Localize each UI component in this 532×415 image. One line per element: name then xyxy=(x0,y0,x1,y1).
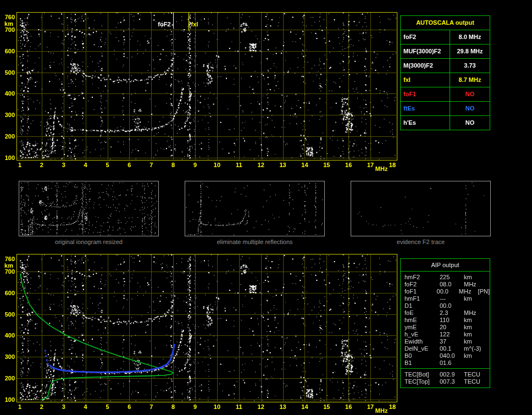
aip-name: foF2 xyxy=(401,281,440,288)
aip-row-b0: B0040.0km xyxy=(401,352,490,359)
aip-output-table: AIP output hmF2225kmfoF208.0MHzfoF100.0M… xyxy=(400,258,490,388)
aip-unit: km xyxy=(464,338,485,345)
aip-name: foE xyxy=(401,309,440,317)
aip-unit: km xyxy=(464,274,485,281)
aip-val: 002.9 xyxy=(440,371,464,378)
aip-unit: km xyxy=(464,317,485,324)
thumbnail-caption-original: original ionogram resized xyxy=(19,239,159,245)
aip-row-fof1: foF100.0MHz[PN] xyxy=(401,288,490,295)
parameter-value: 8.0 MHz xyxy=(450,30,490,44)
autoscala-row-fxi: fxI8.7 MHz xyxy=(401,73,490,87)
aip-extra xyxy=(485,274,490,281)
aip-val: 122 xyxy=(440,331,464,338)
aip-row-tec-bot-: TEC[Bot]002.9TECU xyxy=(401,371,490,378)
aip-name: hmF2 xyxy=(401,274,440,281)
parameter-value: 8.7 MHz xyxy=(450,73,490,87)
aip-row-d1: D100.0 xyxy=(401,302,490,309)
aip-unit: km xyxy=(464,331,485,338)
aip-val: 007.3 xyxy=(440,378,464,385)
aip-name: foF1 xyxy=(401,288,437,295)
aip-extra xyxy=(485,309,490,317)
aip-extra xyxy=(485,295,490,302)
aip-val: 00.0 xyxy=(437,288,459,295)
aip-name: DelN_vE xyxy=(401,345,440,352)
aip-unit xyxy=(464,302,485,309)
parameter-value: NO xyxy=(450,102,490,115)
aip-val: 00.0 xyxy=(440,302,464,309)
parameter-value: NO xyxy=(450,116,490,130)
aip-row-yme: ymE20km xyxy=(401,324,490,331)
aip-extra xyxy=(485,281,490,288)
aip-row-fof2: foF208.0MHz xyxy=(401,281,490,288)
aip-row-tec-top-: TEC[Top]007.3TECU xyxy=(401,378,490,385)
aip-extra xyxy=(485,352,490,359)
aip-val: 01.6 xyxy=(440,359,464,367)
aip-row-hmf2: hmF2225km xyxy=(401,274,490,281)
aip-unit: MHz xyxy=(459,288,478,295)
parameter-value: 3.73 xyxy=(450,59,490,73)
autoscala-output-table: AUTOSCALA output foF28.0 MHzMUF(3000)F22… xyxy=(400,15,490,130)
aip-val: 110 xyxy=(440,317,464,324)
parameter-label: fxI xyxy=(401,73,450,87)
aip-extra xyxy=(485,331,490,338)
parameter-value: 29.8 MHz xyxy=(450,45,490,58)
aip-unit: m^(-3) xyxy=(464,345,485,352)
aip-extra: [PN] xyxy=(478,288,490,295)
aip-name: D1 xyxy=(401,302,440,309)
autoscala-row-h-es: h'EsNO xyxy=(401,116,490,130)
aip-val: 08.0 xyxy=(440,281,464,288)
aip-unit: km xyxy=(464,295,485,302)
aip-extra xyxy=(485,317,490,324)
aip-row-ewidth: Ewidth37km xyxy=(401,338,490,345)
autoscala-window: Rome (lat: +41.8, lon: 012.5) - DATE: 20… xyxy=(0,0,532,415)
aip-unit xyxy=(464,359,485,367)
aip-unit: MHz xyxy=(464,309,485,317)
aip-unit: km xyxy=(464,352,485,359)
aip-val: 00.1 xyxy=(440,345,464,352)
parameter-value: NO xyxy=(450,87,490,101)
autoscala-row-m-3000-f2: M(3000)F23.73 xyxy=(401,59,490,73)
aip-name: Ewidth xyxy=(401,338,440,345)
aip-row-hmf1: hmF1---km xyxy=(401,295,490,302)
aip-row-deln-ve: DelN_vE00.1m^(-3) xyxy=(401,345,490,352)
parameter-label: foF2 xyxy=(401,30,450,44)
aip-extra xyxy=(485,302,490,309)
thumbnail-evidence-f2-trace xyxy=(351,181,491,236)
aip-val: --- xyxy=(440,295,464,302)
parameter-label: MUF(3000)F2 xyxy=(401,45,450,58)
aip-name: h_vE xyxy=(401,331,440,338)
aip-val: 2.3 xyxy=(440,309,464,317)
aip-name: TEC[Bot] xyxy=(401,371,440,378)
aip-row-b1: B101.6 xyxy=(401,359,490,367)
aip-extra xyxy=(485,359,490,367)
autoscala-table-title: AUTOSCALA output xyxy=(401,16,490,30)
thumbnail-eliminate-multiples xyxy=(185,181,325,236)
thumbnail-caption-eliminate: eliminate multiple reflections xyxy=(185,239,325,245)
aip-unit: TECU xyxy=(464,378,485,385)
autoscala-row-muf-3000-f2: MUF(3000)F229.8 MHz xyxy=(401,45,490,59)
parameter-label: M(3000)F2 xyxy=(401,59,450,73)
autoscala-row-fof1: foF1NO xyxy=(401,87,490,102)
aip-row-h-ve: h_vE122km xyxy=(401,331,490,338)
parameter-label: h'Es xyxy=(401,116,450,130)
parameter-label: foF1 xyxy=(401,87,450,101)
aip-rows: hmF2225kmfoF208.0MHzfoF100.0MHz[PN]hmF1-… xyxy=(401,272,490,368)
aip-name: TEC[Top] xyxy=(401,378,440,385)
thumbnail-original-ionogram xyxy=(19,181,159,236)
aip-unit: km xyxy=(464,324,485,331)
aip-extra xyxy=(485,378,490,385)
aip-name: hmF1 xyxy=(401,295,440,302)
aip-val: 225 xyxy=(440,274,464,281)
aip-unit: TECU xyxy=(464,371,485,378)
aip-tec-rows: TEC[Bot]002.9TECUTEC[Top]007.3TECU xyxy=(401,368,490,388)
thumbnail-caption-evidence: evidence F2 trace xyxy=(351,239,491,245)
aip-name: B0 xyxy=(401,352,440,359)
parameter-label: ftEs xyxy=(401,102,450,115)
autoscala-rows: foF28.0 MHzMUF(3000)F229.8 MHzM(3000)F23… xyxy=(401,30,490,130)
aip-table-title: AIP output xyxy=(401,259,490,272)
ionogram-top-canvas xyxy=(0,0,401,174)
aip-val: 20 xyxy=(440,324,464,331)
aip-unit: MHz xyxy=(464,281,485,288)
autoscala-row-ftes: ftEsNO xyxy=(401,102,490,116)
aip-extra xyxy=(485,324,490,331)
